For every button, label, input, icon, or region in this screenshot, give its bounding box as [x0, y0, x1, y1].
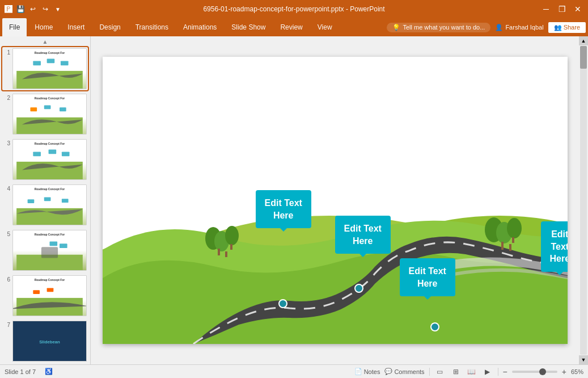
ribbon: File Home Insert Design Transitions Anim… — [0, 18, 588, 36]
tab-home[interactable]: Home — [28, 18, 60, 36]
slide-num-2: 2 — [3, 94, 10, 101]
reading-view-btn[interactable]: 📖 — [466, 366, 477, 377]
slide-thumb-5[interactable]: 5 Roadmap Concept For — [2, 229, 88, 272]
tab-file[interactable]: File — [2, 18, 27, 36]
slide-num-6: 6 — [3, 275, 10, 283]
accessibility-icon[interactable]: ♿ — [45, 368, 53, 375]
right-scrollbar: ▲ ▼ — [579, 36, 588, 364]
separator-1 — [429, 368, 430, 376]
callout-3[interactable]: Edit TextHere — [400, 258, 455, 296]
svg-rect-9 — [33, 152, 41, 156]
svg-rect-22 — [47, 288, 54, 292]
slide-num-7: 7 — [3, 321, 10, 328]
close-btn[interactable]: ✕ — [572, 3, 583, 15]
undo-icon[interactable]: ↩ — [28, 5, 37, 14]
slide-thumb-7[interactable]: 7 Slidebean — [2, 320, 88, 363]
tell-me-box[interactable]: 💡 Tell me what you want to do... — [387, 23, 490, 32]
canvas-area: Roadmap Concept for PowerPoint — [91, 36, 579, 364]
tab-design[interactable]: Design — [92, 18, 127, 36]
zoom-in-btn[interactable]: + — [562, 367, 566, 376]
svg-rect-7 — [60, 107, 66, 111]
lightbulb-icon: 💡 — [392, 24, 400, 31]
title-bar: 🅿 💾 ↩ ↪ ▼ 6956-01-roadmap-concept-for-po… — [0, 0, 588, 18]
redo-icon[interactable]: ↪ — [41, 5, 50, 14]
notes-button[interactable]: 📄 Notes — [354, 368, 380, 375]
tab-insert[interactable]: Insert — [61, 18, 91, 36]
separator-2 — [498, 368, 498, 376]
zoom-thumb[interactable] — [539, 368, 546, 375]
zoom-out-btn[interactable]: − — [503, 367, 507, 376]
title-bar-left: 🅿 💾 ↩ ↪ ▼ — [5, 5, 62, 14]
zoom-level[interactable]: 65% — [571, 368, 583, 375]
scroll-down-btn[interactable]: ▼ — [579, 355, 588, 364]
svg-point-42 — [355, 284, 363, 292]
share-label: Share — [564, 24, 580, 31]
thumb-content-1: Roadmap Concept For — [13, 49, 86, 89]
slideshow-btn[interactable]: ▶ — [482, 366, 493, 377]
slide-thumb-1[interactable]: 1 Roadmap Concept For — [2, 47, 88, 90]
svg-rect-15 — [62, 199, 69, 203]
restore-btn[interactable]: ❒ — [556, 3, 568, 15]
slide-info: Slide 1 of 7 — [5, 368, 36, 375]
tab-transitions[interactable]: Transitions — [129, 18, 175, 36]
slide-sorter-btn[interactable]: ⊞ — [450, 366, 462, 377]
slide-img-2: Roadmap Concept For — [12, 94, 87, 135]
slide-thumb-6[interactable]: 6 Roadmap Concept For — [2, 274, 88, 317]
notes-icon: 📄 — [354, 368, 362, 375]
svg-rect-21 — [33, 290, 40, 294]
scroll-track — [580, 46, 587, 355]
window-title: 6956-01-roadmap-concept-for-powerpoint.p… — [203, 5, 384, 13]
slide-num-3: 3 — [3, 139, 10, 146]
slide-img-5: Roadmap Concept For — [12, 230, 87, 271]
slide-canvas[interactable]: Roadmap Concept for PowerPoint — [103, 57, 568, 344]
ribbon-right: 💡 Tell me what you want to do... 👤 Farsh… — [387, 22, 586, 33]
scroll-up-btn[interactable]: ▲ — [2, 39, 88, 45]
svg-point-43 — [431, 323, 439, 331]
tab-animations[interactable]: Animations — [176, 18, 223, 36]
svg-rect-18 — [50, 241, 58, 246]
status-right: 📄 Notes 💬 Comments ▭ ⊞ 📖 ▶ − + 65% — [354, 366, 583, 377]
svg-rect-11 — [62, 152, 70, 156]
svg-rect-38 — [509, 244, 511, 251]
svg-rect-10 — [49, 150, 57, 154]
svg-point-33 — [225, 226, 239, 245]
thumb-content-6: Roadmap Concept For — [13, 276, 86, 316]
slide-num-4: 4 — [3, 184, 10, 192]
svg-rect-37 — [501, 242, 504, 250]
svg-rect-1 — [33, 61, 41, 65]
scroll-thumb[interactable] — [580, 46, 587, 69]
comments-button[interactable]: 💬 Comments — [384, 368, 424, 375]
save-icon[interactable]: 💾 — [16, 5, 25, 14]
normal-view-btn[interactable]: ▭ — [434, 366, 446, 377]
main-area: ▲ 1 Roadmap Concept For 2 — [0, 36, 588, 364]
slide-img-3: Roadmap Concept For — [12, 139, 87, 180]
slide-thumb-4[interactable]: 4 Roadmap Concept For — [2, 183, 88, 226]
slide-num-1: 1 — [3, 48, 10, 56]
slide-thumb-3[interactable]: 3 Roadmap Concept For — [2, 138, 88, 181]
callout-1[interactable]: Edit TextHere — [256, 190, 311, 228]
svg-rect-6 — [44, 105, 51, 109]
callout-2[interactable]: Edit TextHere — [335, 216, 391, 254]
callout-4[interactable]: Edit TextHere — [541, 221, 568, 272]
notes-label: Notes — [364, 368, 380, 375]
svg-rect-13 — [28, 199, 35, 203]
scroll-up-btn[interactable]: ▲ — [579, 36, 588, 45]
svg-rect-2 — [47, 59, 55, 64]
minimize-btn[interactable]: ─ — [540, 3, 552, 15]
slide-thumb-2[interactable]: 2 Roadmap Concept For — [2, 93, 88, 136]
slide-img-1: Roadmap Concept For — [12, 48, 87, 89]
app-icon: 🅿 — [5, 5, 12, 14]
tab-review[interactable]: Review — [273, 18, 309, 36]
svg-point-39 — [507, 218, 522, 238]
zoom-slider[interactable] — [512, 371, 557, 373]
svg-text:Slidebean: Slidebean — [39, 339, 60, 345]
share-button[interactable]: 👥 Share — [548, 22, 586, 33]
customize-icon[interactable]: ▼ — [53, 5, 62, 14]
thumb-content-5: Roadmap Concept For — [13, 230, 86, 270]
thumb-content-7: Slidebean — [13, 321, 86, 361]
svg-rect-32 — [225, 251, 227, 257]
tab-slideshow[interactable]: Slide Show — [225, 18, 272, 36]
comments-label: Comments — [394, 368, 424, 375]
tab-view[interactable]: View — [311, 18, 339, 36]
share-icon: 👥 — [554, 24, 562, 31]
